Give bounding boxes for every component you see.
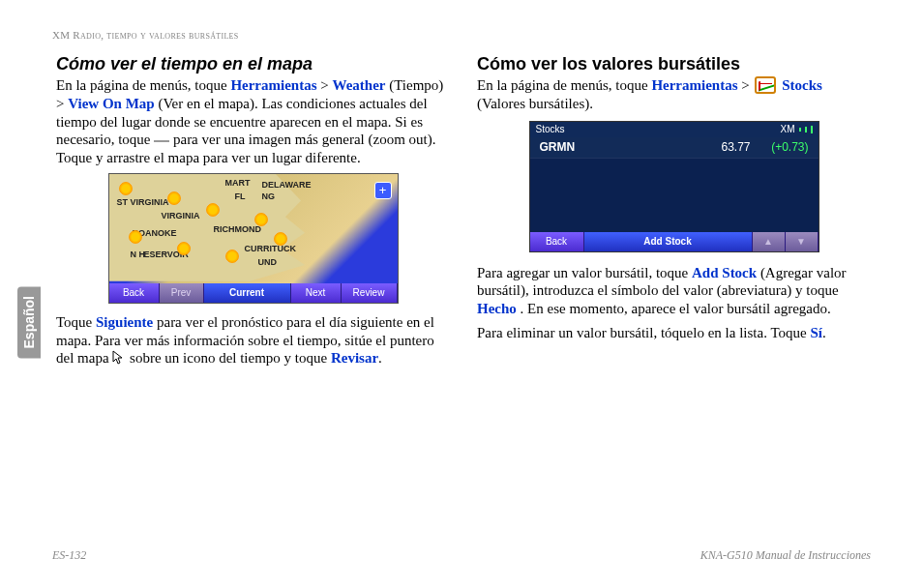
- text: sobre un icono del tiempo y toque: [130, 350, 331, 366]
- prev-button[interactable]: Prev: [160, 283, 204, 303]
- sun-icon: [177, 242, 191, 255]
- map-label-ng: NG: [262, 191, 276, 201]
- revisar-link: Revisar: [331, 350, 378, 366]
- stock-price: 63.77: [693, 140, 751, 154]
- back-button[interactable]: Back: [530, 232, 584, 251]
- map-label-de: DELAWARE: [262, 180, 312, 190]
- signal-bar-icon: [799, 128, 801, 132]
- map-label-mart: MART: [225, 178, 251, 188]
- text: En la página de menús, toque: [56, 77, 230, 93]
- stocks-icon: [755, 76, 776, 94]
- review-button[interactable]: Review: [342, 283, 398, 303]
- period: .: [822, 325, 826, 340]
- sun-icon: [119, 182, 133, 195]
- hecho-link: Hecho: [477, 301, 517, 316]
- sun-icon: [167, 191, 181, 205]
- left-column: Cómo ver el tiempo en el mapa En la pági…: [56, 54, 450, 373]
- viewonmap-link: View On Map: [68, 96, 154, 111]
- scroll-down-button[interactable]: ▼: [786, 232, 819, 251]
- stocks-toolbar: Back Add Stock ▲ ▼: [530, 232, 819, 251]
- text: Toque: [56, 314, 96, 330]
- weather-p2: Toque Siguiente para ver el pronóstico p…: [56, 313, 450, 368]
- text: . En ese momento, aparece el valor bursá…: [521, 301, 831, 316]
- zoom-out-icon: [154, 140, 169, 142]
- stocks-titlebar: Stocks XM: [530, 122, 819, 137]
- content-columns: Cómo ver el tiempo en el mapa En la pági…: [56, 54, 871, 373]
- add-stock-button[interactable]: Add Stock: [584, 232, 753, 251]
- tools-link: Herramientas: [230, 77, 316, 93]
- page-number: ES-132: [52, 548, 86, 563]
- stocks-p1: En la página de menús, toque Herramienta…: [477, 76, 871, 113]
- addstock-link: Add Stock: [692, 265, 757, 280]
- stock-row[interactable]: GRMN 63.77 (+0.73): [530, 137, 819, 159]
- text: Para agregar un valor bursátil, toque: [477, 265, 692, 280]
- weather-p1: En la página de menús, toque Herramienta…: [56, 76, 450, 167]
- manual-title: KNA-G510 Manual de Instrucciones: [700, 548, 871, 563]
- sep: >: [320, 77, 332, 93]
- weather-link: Weather: [332, 77, 385, 93]
- page-footer: ES-132 KNA-G510 Manual de Instrucciones: [52, 548, 871, 563]
- signal-bar-icon: [805, 127, 807, 132]
- language-tab: Español: [17, 286, 41, 358]
- stocks-p3: Para eliminar un valor bursátil, tóquelo…: [477, 324, 871, 342]
- next-button[interactable]: Next: [291, 283, 342, 303]
- map-label-richmond: RICHMOND: [214, 224, 262, 234]
- weather-title: Cómo ver el tiempo en el mapa: [56, 54, 450, 74]
- si-link: Sí: [810, 325, 822, 340]
- xm-indicator: XM: [781, 124, 813, 134]
- map-label-currituck: CURRITUCK: [245, 244, 297, 253]
- sun-icon: [206, 203, 220, 217]
- stocks-link: Stocks: [782, 77, 822, 93]
- period: .: [378, 350, 382, 366]
- cursor-icon: [112, 350, 126, 366]
- page-header: XM Radio, tiempo y valores bursátiles: [52, 29, 239, 41]
- weather-screenshot: ST VIRGINIA VIRGINIA DELAWARE MART FL NG…: [108, 173, 399, 304]
- back-button[interactable]: Back: [109, 283, 160, 303]
- map-label-und: UND: [258, 257, 278, 267]
- sun-icon: [129, 230, 142, 244]
- stocks-body: GRMN 63.77 (+0.73): [530, 137, 819, 232]
- map-label-fl: FL: [235, 191, 246, 201]
- current-button[interactable]: Current: [204, 283, 291, 303]
- text: Para eliminar un valor bursátil, tóquelo…: [477, 325, 810, 340]
- stock-change: (+0.73): [751, 140, 809, 154]
- stocks-screenshot: Stocks XM GRMN 63.77 (+0.73) Back Add St…: [529, 121, 819, 252]
- map-label-wv: ST VIRGINIA: [117, 197, 169, 207]
- map-label-va: VIRGINIA: [162, 211, 200, 220]
- stocks-title: Cómo ver los valores bursátiles: [477, 54, 871, 74]
- signal-bar-icon: [811, 126, 813, 133]
- siguiente-link: Siguiente: [96, 314, 153, 330]
- stocks-title-text: Stocks: [536, 124, 565, 134]
- text: En la página de menús, toque: [477, 77, 651, 93]
- xm-label: XM: [781, 124, 795, 134]
- right-column: Cómo ver los valores bursátiles En la pá…: [477, 54, 871, 373]
- stock-symbol: GRMN: [540, 140, 693, 154]
- sun-icon: [254, 213, 268, 226]
- sun-icon: [225, 250, 239, 263]
- zoom-in-button[interactable]: +: [374, 182, 392, 199]
- weather-toolbar: Back Prev Current Next Review: [109, 283, 398, 303]
- scroll-up-button[interactable]: ▲: [753, 232, 786, 251]
- sep: >: [741, 77, 753, 93]
- text: (Valores bursátiles).: [477, 96, 593, 111]
- tools-link: Herramientas: [651, 77, 737, 93]
- stocks-p2: Para agregar un valor bursátil, toque Ad…: [477, 264, 871, 318]
- sun-icon: [274, 232, 287, 246]
